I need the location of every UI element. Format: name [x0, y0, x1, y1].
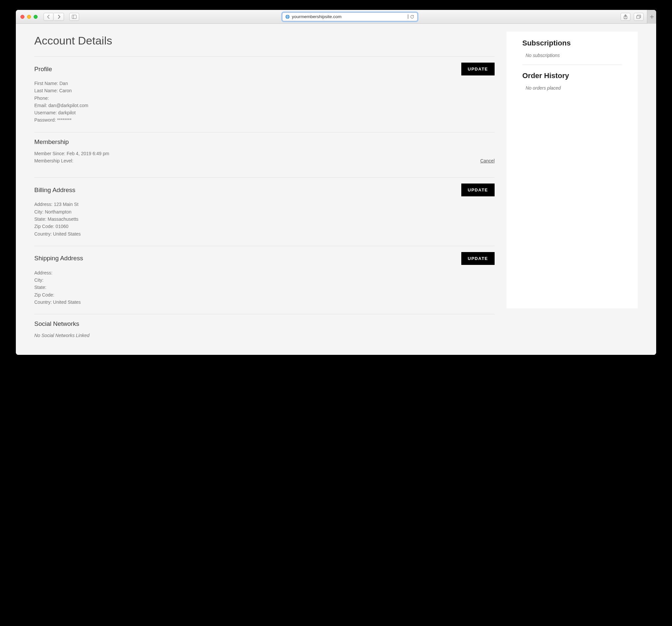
billing-state-value: Massachusetts: [47, 217, 78, 222]
share-button[interactable]: [621, 13, 630, 21]
divider: [34, 56, 495, 57]
chevron-left-icon: [47, 15, 50, 19]
membership-fields: Member Since: Feb 4, 2019 6:49 pm Member…: [34, 150, 495, 165]
browser-window: yourmembershipsite.com: [16, 10, 656, 355]
username-label: Username:: [34, 110, 57, 115]
member-since-label: Member Since:: [34, 151, 65, 156]
new-tab-button[interactable]: [647, 10, 656, 24]
membership-level-label: Membership Level:: [34, 158, 73, 164]
social-title: Social Networks: [34, 320, 495, 327]
billing-address-label: Address:: [34, 202, 52, 207]
tabs-icon: [637, 15, 641, 19]
billing-header: Billing Address UPDATE: [34, 183, 495, 196]
password-value: ********: [57, 117, 72, 123]
profile-title: Profile: [34, 66, 52, 73]
membership-title: Membership: [34, 139, 69, 146]
reload-icon[interactable]: [410, 15, 414, 19]
billing-title: Billing Address: [34, 186, 75, 194]
shipping-header: Shipping Address UPDATE: [34, 252, 495, 265]
first-name-label: First Name:: [34, 81, 58, 86]
main-column: Account Details Profile UPDATE First Nam…: [34, 32, 495, 345]
svg-rect-5: [637, 16, 640, 19]
address-bar-wrap: yourmembershipsite.com: [82, 12, 618, 21]
shipping-country-value: United States: [53, 300, 81, 305]
subscriptions-title: Subscriptions: [522, 39, 622, 47]
globe-icon: [285, 15, 290, 19]
divider: [34, 132, 495, 132]
billing-fields: Address: 123 Main St City: Northampton S…: [34, 201, 495, 237]
username-value: darkpilot: [58, 110, 75, 115]
divider: [34, 246, 495, 246]
membership-cancel-link[interactable]: Cancel: [480, 158, 495, 164]
orders-title: Order History: [522, 72, 622, 80]
page-content: Account Details Profile UPDATE First Nam…: [16, 24, 656, 355]
billing-city-value: Northampton: [45, 209, 72, 215]
billing-country-label: Country:: [34, 231, 52, 236]
forward-button[interactable]: [54, 13, 64, 21]
shipping-city-label: City:: [34, 277, 44, 283]
billing-address-value: 123 Main St: [54, 202, 78, 207]
svg-rect-0: [72, 15, 76, 19]
address-bar[interactable]: yourmembershipsite.com: [282, 12, 417, 21]
phone-label: Phone:: [34, 96, 49, 101]
nav-buttons: [44, 13, 64, 21]
divider: [522, 65, 622, 65]
last-name-label: Last Name:: [34, 88, 58, 93]
password-label: Password:: [34, 117, 56, 123]
window-controls: [20, 15, 38, 19]
url-text: yourmembershipsite.com: [292, 14, 408, 19]
last-name-value: Caron: [59, 88, 72, 93]
minimize-icon[interactable]: [27, 15, 31, 19]
email-label: Email:: [34, 103, 47, 108]
shipping-country-label: Country:: [34, 300, 52, 305]
social-empty: No Social Networks Linked: [34, 332, 495, 339]
shipping-address-label: Address:: [34, 270, 52, 275]
plus-icon: [650, 15, 654, 19]
shipping-update-button[interactable]: UPDATE: [461, 252, 495, 265]
billing-country-value: United States: [53, 231, 81, 236]
membership-header: Membership: [34, 139, 495, 146]
profile-update-button[interactable]: UPDATE: [461, 62, 495, 75]
subscriptions-empty: No subscriptions: [522, 52, 622, 59]
chevron-right-icon: [57, 15, 61, 19]
tabs-button[interactable]: [634, 13, 644, 21]
shipping-title: Shipping Address: [34, 255, 83, 262]
profile-header: Profile UPDATE: [34, 62, 495, 75]
billing-update-button[interactable]: UPDATE: [461, 183, 495, 196]
billing-zip-value: 01060: [56, 224, 69, 229]
member-since-value: Feb 4, 2019 6:49 pm: [67, 151, 109, 156]
toolbar-right: [621, 13, 653, 21]
orders-empty: No orders placed: [522, 85, 622, 91]
shipping-fields: Address: City: State: Zip Code: Country:…: [34, 270, 495, 305]
email-value: dan@darkpilot.com: [48, 103, 88, 108]
shipping-zip-label: Zip Code:: [34, 292, 54, 298]
first-name-value: Dan: [59, 81, 68, 86]
maximize-icon[interactable]: [33, 15, 38, 19]
close-icon[interactable]: [20, 15, 24, 19]
profile-fields: First Name: Dan Last Name: Caron Phone: …: [34, 80, 495, 124]
back-button[interactable]: [44, 13, 53, 21]
billing-city-label: City:: [34, 209, 44, 215]
side-column: Subscriptions No subscriptions Order His…: [506, 32, 638, 308]
page-title: Account Details: [34, 34, 495, 47]
divider: [34, 314, 495, 314]
divider: [34, 177, 495, 178]
browser-toolbar: yourmembershipsite.com: [16, 10, 656, 24]
shipping-state-label: State:: [34, 285, 47, 290]
billing-zip-label: Zip Code:: [34, 224, 54, 229]
sidebar-button[interactable]: [69, 13, 79, 21]
sidebar-icon: [72, 15, 76, 19]
billing-state-label: State:: [34, 217, 47, 222]
share-icon: [624, 15, 627, 19]
